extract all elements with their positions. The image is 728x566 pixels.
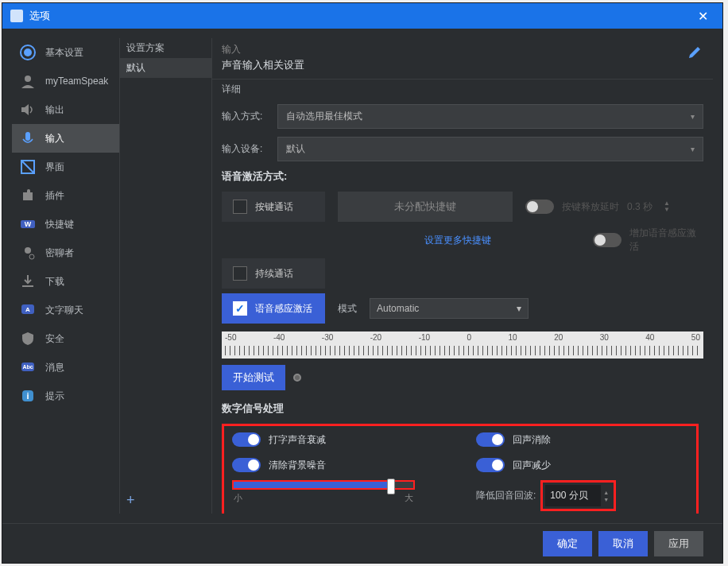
breadcrumb: 输入 [222, 43, 687, 56]
profile-default[interactable]: 默认 [120, 58, 211, 78]
svg-point-2 [25, 76, 31, 82]
highlight-box: 打字声音衰减 回声消除 [222, 424, 699, 514]
chevron-down-icon: ▾ [517, 303, 521, 314]
sidebar-item-input[interactable]: 输入 [12, 124, 119, 153]
dsp-title: 数字信号处理 [222, 401, 703, 416]
sidebar-label: 界面 [45, 161, 64, 174]
speaker-icon [18, 100, 37, 119]
sidebar-label: 下载 [45, 275, 64, 289]
user-icon [18, 72, 37, 91]
shield-icon [18, 329, 37, 348]
slider-thumb[interactable] [387, 479, 395, 494]
level-ruler: -50 -40 -30 -20 -10 0 10 20 30 40 50 [222, 331, 703, 359]
echo-stepper[interactable]: ▲▼ [601, 489, 611, 503]
sidebar-item-output[interactable]: 输出 [12, 95, 119, 124]
echo-reduce-input-label: 降低回音回波: [476, 489, 536, 502]
sidebar-label: 安全 [45, 332, 64, 346]
sidebar-item-hotkeys[interactable]: W 快捷键 [12, 210, 119, 238]
chat-icon: A [18, 300, 37, 320]
globe-icon [18, 43, 37, 62]
mode-label: 模式 [338, 302, 357, 316]
add-vad-label: 增加语音感应激活 [629, 227, 703, 254]
sidebar-label: 输出 [45, 103, 64, 117]
download-icon [18, 272, 37, 291]
sidebar-label: 基本设置 [45, 46, 83, 60]
hotkey-assign-box[interactable]: 未分配快捷键 [338, 192, 513, 222]
ok-button[interactable]: 确定 [543, 531, 592, 556]
add-profile-button[interactable]: + [126, 492, 135, 508]
svg-rect-3 [25, 132, 30, 141]
ptt-delay-toggle[interactable] [525, 200, 554, 214]
keyboard-icon: W [18, 215, 37, 234]
chevron-down-icon: ▾ [691, 112, 695, 121]
input-mode-select[interactable]: 自动选用最佳模式 ▾ [277, 104, 703, 129]
more-hotkeys-link[interactable]: 设置更多快捷键 [370, 229, 545, 252]
profile-add-row: + [120, 487, 211, 514]
noise-remove-toggle[interactable] [232, 458, 261, 472]
input-device-label: 输入设备: [222, 142, 269, 156]
vad-checkbox-wrap[interactable]: ✓ 语音感应激活 [222, 293, 325, 324]
sidebar-item-ui[interactable]: 界面 [12, 153, 119, 181]
sidebar-item-chat[interactable]: A 文字聊天 [12, 296, 119, 324]
ptt-delay-value: 0.3 秒 [627, 200, 652, 214]
footer: 确定 取消 应用 [2, 523, 722, 563]
voice-activation-title: 语音激活方式: [222, 169, 703, 184]
info-icon: i [18, 386, 37, 405]
detail-header: 详细 [212, 79, 713, 99]
sidebar-item-messages[interactable]: Abc 消息 [12, 353, 119, 382]
window-title: 选项 [29, 9, 691, 23]
typing-atten-toggle[interactable] [232, 432, 261, 447]
start-test-button[interactable]: 开始测试 [222, 365, 285, 390]
sidebar-item-basic[interactable]: 基本设置 [12, 38, 119, 67]
noise-slider[interactable] [232, 480, 415, 490]
sidebar-item-notifications[interactable]: i 提示 [12, 382, 119, 410]
mode-value: Automatic [377, 303, 419, 314]
sidebar-label: 输入 [45, 132, 64, 145]
cancel-button[interactable]: 取消 [598, 531, 648, 556]
continuous-label: 持续通话 [255, 267, 293, 281]
message-icon: Abc [18, 358, 37, 377]
app-icon [10, 10, 23, 22]
input-mode-value: 自动选用最佳模式 [286, 110, 362, 123]
delay-stepper[interactable]: ▲▼ [664, 200, 670, 213]
page-subtitle: 声音输入相关设置 [222, 58, 687, 72]
slider-min-label: 小 [234, 492, 242, 504]
edit-icon[interactable] [687, 43, 703, 59]
profile-column: 设置方案 默认 + [119, 38, 211, 514]
ptt-checkbox-wrap[interactable]: 按键通话 [222, 192, 325, 222]
vad-label: 语音感应激活 [255, 302, 312, 316]
main-panel: 输入 声音输入相关设置 详细 输入方式: 自动选用最佳模式 ▾ 输入设备: [211, 38, 713, 514]
add-vad-toggle[interactable] [593, 233, 622, 247]
noise-slider-wrap: 小 大 [232, 480, 444, 504]
mode-select[interactable]: Automatic ▾ [370, 298, 529, 319]
svg-text:Abc: Abc [22, 364, 33, 370]
sidebar-label: 提示 [45, 390, 64, 403]
slider-max-label: 大 [405, 492, 413, 504]
close-button[interactable]: ✕ [691, 6, 714, 27]
typing-atten-label: 打字声音衰减 [269, 433, 326, 447]
test-indicator [293, 374, 301, 382]
continuous-checkbox-wrap[interactable]: 持续通话 [222, 258, 325, 289]
puzzle-icon [18, 186, 37, 205]
sidebar-item-plugins[interactable]: 插件 [12, 181, 119, 210]
echo-spinbox-highlight: 100 分贝 ▲▼ [540, 480, 616, 511]
sidebar-label: 插件 [45, 189, 64, 203]
sidebar-item-myteamspeak[interactable]: myTeamSpeak [12, 67, 119, 95]
ptt-delay-label: 按键释放延时 [562, 200, 619, 214]
svg-point-7 [25, 247, 31, 254]
sidebar-label: 消息 [45, 361, 64, 374]
sidebar-item-whisper[interactable]: 密聊者 [12, 238, 119, 267]
mic-icon [18, 129, 37, 148]
sidebar-item-security[interactable]: 安全 [12, 324, 119, 353]
ptt-checkbox [233, 200, 247, 214]
apply-button[interactable]: 应用 [654, 531, 703, 556]
sidebar-item-download[interactable]: 下载 [12, 267, 119, 296]
profile-header: 设置方案 [120, 38, 211, 58]
continuous-checkbox [233, 266, 247, 281]
layout-icon [18, 157, 37, 176]
echo-value-input[interactable]: 100 分贝 [545, 485, 601, 506]
vad-checkbox: ✓ [233, 301, 247, 316]
echo-cancel-toggle[interactable] [476, 432, 505, 447]
echo-reduce-toggle[interactable] [476, 458, 505, 472]
input-device-select[interactable]: 默认 ▾ [277, 137, 703, 161]
